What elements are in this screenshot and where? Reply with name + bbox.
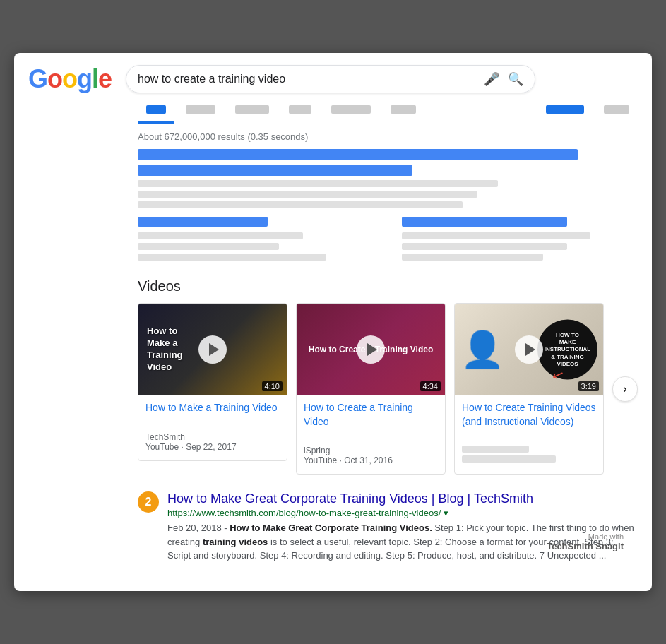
play-arrow-2 bbox=[367, 343, 377, 356]
video-card-1[interactable]: How toMake aTrainingVideo 4:10 How to Ma… bbox=[138, 303, 287, 461]
video-platform-1: YouTube · Sep 22, 2017 bbox=[145, 442, 280, 452]
videos-label: Videos bbox=[138, 278, 638, 294]
col-text-left-3 bbox=[138, 254, 326, 261]
video-thumbnail-1[interactable]: How toMake aTrainingVideo 4:10 bbox=[138, 304, 287, 395]
snippet-bar-short bbox=[138, 165, 412, 176]
content-area: Videos How toMake aTrainingVideo 4:10 bbox=[14, 149, 652, 591]
videos-row: How toMake aTrainingVideo 4:10 How to Ma… bbox=[138, 303, 638, 475]
tab-tools[interactable] bbox=[595, 100, 638, 124]
thumb3-person: 👤 bbox=[460, 329, 504, 370]
col-text-left-2 bbox=[138, 243, 279, 250]
tab-videos[interactable] bbox=[177, 100, 224, 124]
browser-frame: Google 🎤 🔍 bbox=[14, 53, 652, 591]
col-title-right bbox=[402, 217, 567, 227]
col-text-right-2 bbox=[402, 243, 567, 250]
video-info-1: How to Make a Training Video TechSmith Y… bbox=[138, 395, 287, 460]
mic-icon[interactable]: 🎤 bbox=[484, 71, 499, 87]
search-bar-area: Google 🎤 🔍 bbox=[14, 53, 652, 94]
video-title-link-3[interactable]: How to Create Training Videos (and Instr… bbox=[462, 401, 596, 429]
url-dropdown-icon[interactable]: ▾ bbox=[444, 508, 448, 518]
video-source-1: TechSmith bbox=[145, 432, 280, 442]
play-button-2[interactable] bbox=[357, 335, 385, 364]
play-arrow-1 bbox=[209, 343, 219, 356]
col-text-right-1 bbox=[402, 232, 590, 239]
video-platform-2: YouTube · Oct 31, 2016 bbox=[304, 455, 438, 465]
search-result-2: 2 How to Make Great Corporate Training V… bbox=[138, 491, 638, 563]
featured-snippet bbox=[138, 149, 638, 264]
tab-images[interactable] bbox=[227, 100, 278, 124]
result-content-2: How to Make Great Corporate Training Vid… bbox=[167, 491, 638, 563]
video-title-link-2[interactable]: How to Create a Training Video bbox=[304, 401, 438, 429]
source-placeholder-1 bbox=[462, 446, 529, 453]
col-block-left bbox=[138, 217, 374, 264]
snippet-text-1 bbox=[138, 180, 498, 187]
search-button-icon[interactable]: 🔍 bbox=[508, 71, 523, 87]
next-button[interactable]: › bbox=[612, 376, 638, 402]
tab-all[interactable] bbox=[138, 100, 174, 124]
result-row-2: 2 How to Make Great Corporate Training V… bbox=[138, 491, 638, 563]
play-button-3[interactable] bbox=[515, 335, 543, 364]
col-block-right bbox=[402, 217, 638, 264]
video-thumbnail-2[interactable]: How to Create a Training Video 4:34 bbox=[297, 304, 445, 395]
nav-tabs bbox=[14, 94, 652, 124]
tab-shopping[interactable] bbox=[323, 100, 379, 124]
tab-settings[interactable] bbox=[537, 100, 593, 124]
video-duration-1: 4:10 bbox=[262, 381, 283, 391]
video-info-3: How to Create Training Videos (and Instr… bbox=[455, 395, 603, 474]
source-placeholder-2 bbox=[462, 455, 556, 463]
result-title-2[interactable]: How to Make Great Corporate Training Vid… bbox=[167, 491, 638, 506]
snippet-text-3 bbox=[138, 201, 463, 208]
video-info-2: How to Create a Training Video iSpring Y… bbox=[297, 395, 445, 474]
video-source-2: iSpring bbox=[304, 446, 438, 455]
play-button-1[interactable] bbox=[198, 335, 227, 364]
col-title-left bbox=[138, 217, 268, 227]
search-input[interactable] bbox=[138, 73, 484, 85]
step-badge-2: 2 bbox=[138, 491, 159, 513]
search-icons: 🎤 🔍 bbox=[484, 71, 523, 87]
video-card-2[interactable]: How to Create a Training Video 4:34 How … bbox=[296, 303, 446, 475]
video-duration-2: 4:34 bbox=[420, 381, 441, 391]
result-url-2: https://www.techsmith.com/blog/how-to-ma… bbox=[167, 508, 638, 518]
play-arrow-3 bbox=[525, 343, 535, 356]
watermark-line1: Made with bbox=[547, 532, 624, 541]
snippet-text-2 bbox=[138, 191, 477, 198]
watermark-logo: TechSmith Snagit bbox=[547, 541, 624, 551]
video-duration-3: 3:19 bbox=[578, 381, 599, 391]
col-text-right-3 bbox=[402, 254, 543, 261]
search-box[interactable]: 🎤 🔍 bbox=[126, 65, 535, 93]
tab-more[interactable] bbox=[382, 100, 424, 124]
tab-news[interactable] bbox=[280, 100, 320, 124]
thumb3-circle-text: HOW TOMAKEINSTRUCTIONAL& TRAININGVIDEOS bbox=[540, 327, 595, 372]
results-info: About 672,000,000 results (0.35 seconds) bbox=[14, 124, 652, 149]
snippet-bar-long bbox=[138, 149, 578, 160]
videos-section: Videos How toMake aTrainingVideo 4:10 bbox=[138, 278, 638, 475]
thumb3-circle: HOW TOMAKEINSTRUCTIONAL& TRAININGVIDEOS bbox=[537, 320, 597, 380]
video-card-3[interactable]: 👤 HOW TOMAKEINSTRUCTIONAL& TRAININGVIDEO… bbox=[454, 303, 604, 475]
col-text-left-1 bbox=[138, 232, 303, 239]
video-title-link-1[interactable]: How to Make a Training Video bbox=[145, 401, 280, 415]
watermark: Made with TechSmith Snagit bbox=[547, 532, 624, 551]
video-thumbnail-3[interactable]: 👤 HOW TOMAKEINSTRUCTIONAL& TRAININGVIDEO… bbox=[455, 304, 603, 395]
google-logo: Google bbox=[28, 64, 112, 94]
two-col-section bbox=[138, 217, 638, 264]
thumbnail-text-1: How toMake aTrainingVideo bbox=[147, 326, 183, 374]
